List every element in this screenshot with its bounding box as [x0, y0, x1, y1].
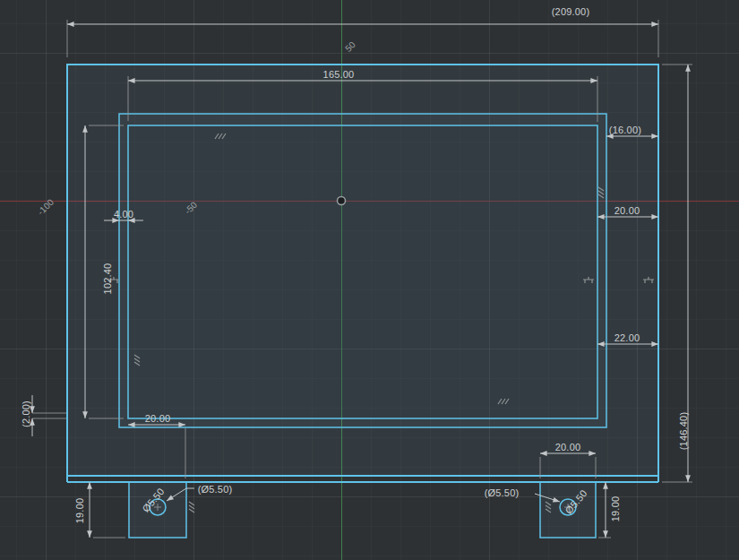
dimension-label-hole-right-dia-ref[interactable]: (Ø5.50)	[485, 487, 520, 498]
dimension-label-right-gap-top[interactable]: (16.00)	[609, 125, 641, 135]
dimension-label-hole-left-dia-ref[interactable]: (Ø5.50)	[198, 484, 233, 495]
dimension-label-inner-width[interactable]: 165.00	[323, 69, 355, 80]
dimension-label-overall-height[interactable]: (146.40)	[678, 412, 689, 451]
dimension-label-wall-thickness[interactable]: 4.00	[114, 209, 133, 220]
dimension-label-right-offset-upper[interactable]: 20.00	[614, 205, 640, 216]
dimension-label-tab-left-width[interactable]: 20.00	[145, 413, 171, 424]
pocket-inner-profile[interactable]	[128, 125, 597, 418]
dimension-label-tab-right-height[interactable]: 19.00	[610, 496, 621, 522]
dimension-label-right-offset-lower[interactable]: 22.00	[614, 332, 640, 343]
dimension-label-bottom-left-offset[interactable]: (2.00)	[21, 401, 31, 427]
dimension-label-overall-width[interactable]: (209.00)	[552, 6, 590, 17]
sketch-viewport[interactable]: (209.00) 50 165.00 (16.00) -100 4.00 -50…	[0, 0, 739, 560]
dimension-label-tab-left-height[interactable]: 19.00	[74, 498, 85, 524]
origin-point[interactable]	[338, 197, 346, 205]
parallel-constraint-icon	[189, 502, 194, 513]
dimension-label-inner-height[interactable]: 102.40	[102, 263, 113, 295]
dimension-label-tab-right-width[interactable]: 20.00	[555, 442, 581, 452]
